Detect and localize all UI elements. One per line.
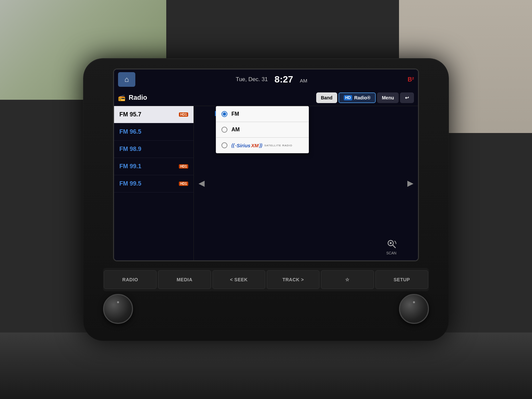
ampm-display: AM: [300, 78, 308, 83]
station-item-1[interactable]: FM 95.7 HD1: [114, 106, 194, 123]
hd1-badge-4: HD1: [179, 164, 188, 169]
hdradio-button[interactable]: HD Radio®: [338, 92, 376, 103]
radio-header: 📻 Radio Band HD Radio® Menu ↩: [114, 89, 418, 106]
header-buttons: Band HD Radio® Menu ↩: [316, 92, 414, 103]
setup-nav-button[interactable]: SETUP: [375, 270, 428, 289]
nav-bar: RADIO MEDIA < SEEK TRACK > ☆ SETUP: [103, 268, 429, 291]
band-option-siriusxm[interactable]: (( ·Sirius XM )) SATELLITE RADIO: [216, 138, 309, 153]
hd1-badge-1: HD1: [179, 112, 188, 117]
station-freq-4: FM 99.1: [119, 163, 141, 170]
station-freq-1: FM 95.7: [119, 111, 141, 118]
home-button[interactable]: ⌂: [118, 72, 135, 87]
right-arrow-button[interactable]: ▶: [405, 179, 415, 188]
bluetooth-icon: B²: [408, 76, 414, 83]
svg-line-2: [393, 245, 395, 248]
band-dropdown: FM AM (( ·Sirius XM )): [216, 106, 309, 153]
xm-wave-icon: )): [259, 143, 262, 148]
left-arrow-area: ◀: [194, 106, 209, 260]
sirius-wave-icon: ((: [231, 143, 234, 148]
am-radio-button[interactable]: [221, 127, 227, 133]
top-bar: ⌂ Tue, Dec. 31 8:27 AM B²: [114, 69, 418, 89]
home-icon: ⌂: [124, 75, 129, 84]
infotainment-screen: ⌂ Tue, Dec. 31 8:27 AM B² 📻 Radio Band H…: [113, 68, 419, 261]
svg-point-1: [390, 242, 392, 244]
xm-text: XM: [251, 143, 259, 148]
station-item-3[interactable]: FM 98.9: [114, 141, 194, 158]
am-label: AM: [231, 127, 240, 133]
right-arrow-area: ▶: [403, 106, 418, 260]
station-freq-5: FM 99.5: [119, 180, 141, 187]
station-freq-2: FM 96.5: [119, 128, 141, 135]
menu-button[interactable]: Menu: [377, 92, 399, 103]
knobs-row: [103, 294, 429, 324]
band-option-am[interactable]: AM: [216, 122, 309, 138]
knob-dot-right: [413, 301, 415, 303]
left-arrow-button[interactable]: ◀: [197, 179, 206, 188]
hd-box-icon: HD: [344, 95, 352, 100]
radio-nav-button[interactable]: RADIO: [104, 270, 157, 289]
band-option-fm[interactable]: FM: [216, 106, 309, 122]
right-knob[interactable]: [399, 294, 429, 324]
right-panel: HD) FM AM: [209, 106, 403, 260]
siriusxm-radio-button[interactable]: [221, 142, 227, 148]
hdradio-label: Radio®: [354, 95, 370, 100]
fm-radio-button[interactable]: [221, 111, 227, 117]
media-nav-button[interactable]: MEDIA: [158, 270, 211, 289]
knob-dot-left: [117, 301, 119, 303]
left-knob[interactable]: [103, 294, 133, 324]
satellite-radio-text: SATELLITE RADIO: [264, 144, 292, 147]
track-nav-button[interactable]: TRACK >: [267, 270, 320, 289]
seek-nav-button[interactable]: < SEEK: [212, 270, 265, 289]
station-item-2[interactable]: FM 96.5: [114, 123, 194, 141]
favorite-nav-button[interactable]: ☆: [321, 270, 374, 289]
car-unit: ⌂ Tue, Dec. 31 8:27 AM B² 📻 Radio Band H…: [83, 58, 449, 341]
sirius-text: ·Sirius: [235, 143, 250, 148]
band-button[interactable]: Band: [316, 92, 337, 103]
station-item-4[interactable]: FM 99.1 HD1: [114, 158, 194, 175]
station-item-5[interactable]: FM 99.5 HD1: [114, 175, 194, 193]
fm-label: FM: [231, 111, 239, 117]
date-time-display: Tue, Dec. 31 8:27 AM: [138, 74, 405, 85]
time-display: 8:27: [275, 74, 293, 85]
station-freq-3: FM 98.9: [119, 146, 141, 153]
scan-button[interactable]: SCAN: [385, 238, 397, 255]
station-list: FM 95.7 HD1 FM 96.5 FM 98.9 FM 99.1 HD1: [114, 106, 194, 260]
hd1-badge-5: HD1: [179, 182, 188, 186]
main-content: FM 95.7 HD1 FM 96.5 FM 98.9 FM 99.1 HD1: [114, 106, 418, 260]
radio-icon: 📻: [118, 94, 125, 101]
siriusxm-logo: (( ·Sirius XM )) SATELLITE RADIO: [231, 143, 292, 148]
radio-title: Radio: [129, 94, 147, 101]
date-display: Tue, Dec. 31: [236, 76, 268, 83]
scan-label: SCAN: [386, 251, 397, 255]
scan-icon: [385, 238, 397, 250]
back-button[interactable]: ↩: [400, 92, 414, 103]
